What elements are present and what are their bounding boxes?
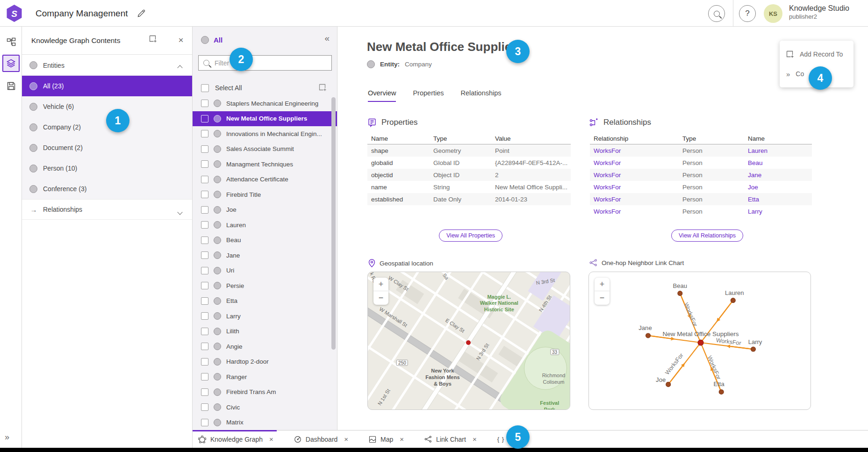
relationship-link[interactable]: WorksFor bbox=[594, 196, 621, 203]
list-item[interactable]: Lauren bbox=[193, 217, 337, 233]
entity-type-row[interactable]: Document (2) bbox=[22, 137, 192, 158]
tab-properties[interactable]: Properties bbox=[413, 89, 444, 102]
list-item[interactable]: Attendance Certificate bbox=[193, 172, 337, 187]
zoom-out-button[interactable]: − bbox=[373, 291, 388, 305]
close-tab-icon[interactable]: × bbox=[344, 435, 348, 443]
item-checkbox[interactable] bbox=[201, 160, 208, 168]
related-entity-link[interactable]: Etta bbox=[748, 196, 759, 203]
tab-map[interactable]: Map × bbox=[369, 435, 404, 443]
list-item[interactable]: Hardtop 2-door bbox=[193, 354, 337, 370]
zoom-in-button[interactable]: + bbox=[595, 278, 610, 291]
view-all-relationships-button[interactable]: View All Relationships bbox=[671, 230, 743, 242]
item-checkbox[interactable] bbox=[201, 115, 208, 122]
item-checkbox[interactable] bbox=[201, 343, 208, 350]
item-checkbox[interactable] bbox=[201, 419, 208, 426]
entity-type-row[interactable]: All (23) bbox=[22, 76, 192, 96]
item-checkbox[interactable] bbox=[201, 297, 208, 305]
list-item[interactable]: Staplers Mechanical Engineering bbox=[193, 96, 337, 111]
avatar[interactable]: KS bbox=[764, 4, 782, 23]
related-entity-link[interactable]: Joe bbox=[748, 184, 758, 191]
item-checkbox[interactable] bbox=[201, 403, 208, 411]
list-item[interactable]: New Metal Office Suppliers bbox=[193, 111, 337, 127]
item-checkbox[interactable] bbox=[201, 206, 208, 214]
tab-dashboard[interactable]: Dashboard × bbox=[294, 435, 348, 443]
item-checkbox[interactable] bbox=[201, 191, 208, 198]
relationship-link[interactable]: WorksFor bbox=[594, 172, 621, 179]
save-button[interactable] bbox=[2, 77, 20, 94]
zoom-out-button[interactable]: − bbox=[595, 291, 610, 305]
list-scrollbar[interactable] bbox=[331, 97, 336, 350]
item-checkbox[interactable] bbox=[201, 282, 208, 289]
list-item[interactable]: Managment Techniques bbox=[193, 157, 337, 172]
item-checkbox[interactable] bbox=[201, 373, 208, 380]
entities-group-row[interactable]: Entities bbox=[22, 55, 192, 76]
node-jane[interactable] bbox=[646, 333, 651, 338]
app-logo-icon[interactable]: S bbox=[5, 4, 23, 22]
edit-title-button[interactable] bbox=[135, 7, 148, 20]
close-tab-icon[interactable]: × bbox=[473, 435, 477, 443]
data-model-button[interactable] bbox=[2, 33, 20, 50]
list-item[interactable]: Larry bbox=[193, 309, 337, 324]
relationship-link[interactable]: WorksFor bbox=[594, 159, 621, 166]
list-item[interactable]: Innovations in Mechanical Engin... bbox=[193, 126, 337, 142]
list-item[interactable]: Etta bbox=[193, 294, 337, 309]
help-button[interactable]: ? bbox=[739, 5, 756, 22]
close-tab-icon[interactable]: × bbox=[400, 435, 404, 443]
search-button[interactable] bbox=[708, 5, 725, 22]
item-checkbox[interactable] bbox=[201, 176, 208, 183]
close-panel-button[interactable]: × bbox=[174, 34, 187, 47]
list-item[interactable]: Angie bbox=[193, 339, 337, 354]
node-center[interactable] bbox=[698, 340, 703, 345]
item-checkbox[interactable] bbox=[201, 251, 208, 259]
item-checkbox[interactable] bbox=[201, 237, 208, 244]
list-item[interactable]: Ranger bbox=[193, 369, 337, 385]
node-lauren[interactable] bbox=[731, 298, 735, 303]
node-larry[interactable] bbox=[751, 347, 755, 352]
related-entity-link[interactable]: Larry bbox=[748, 208, 762, 215]
related-entity-link[interactable]: Lauren bbox=[748, 147, 768, 154]
collapse-panel-button[interactable]: « bbox=[324, 33, 330, 43]
list-item[interactable]: Matrix bbox=[193, 415, 337, 430]
node-etta[interactable] bbox=[719, 389, 724, 394]
zoom-in-button[interactable]: + bbox=[373, 278, 388, 291]
view-all-properties-button[interactable]: View All Properties bbox=[439, 230, 502, 242]
link-chart[interactable]: Beau Lauren Jane Larry Joe Etta New Meta… bbox=[588, 272, 811, 410]
relationship-link[interactable]: WorksFor bbox=[594, 147, 621, 154]
menu-item-add-record-to[interactable]: Add Record To bbox=[780, 44, 854, 64]
list-item[interactable]: Uri bbox=[193, 263, 337, 279]
list-item[interactable]: Persie bbox=[193, 278, 337, 294]
relationships-group-row[interactable]: → Relationships bbox=[22, 199, 192, 220]
tab-knowledge-graph[interactable]: Knowledge Graph × bbox=[198, 435, 273, 443]
list-item[interactable]: Beau bbox=[193, 233, 337, 248]
entity-type-row[interactable]: Person (10) bbox=[22, 158, 192, 179]
close-tab-icon[interactable]: × bbox=[269, 435, 273, 443]
item-checkbox[interactable] bbox=[201, 312, 208, 320]
contents-button[interactable] bbox=[2, 55, 20, 72]
list-item[interactable]: Firebird Title bbox=[193, 187, 337, 202]
account-info[interactable]: Knowledge Studio publisher2 bbox=[789, 4, 849, 21]
relationship-link[interactable]: WorksFor bbox=[594, 208, 621, 215]
list-item[interactable]: Jane bbox=[193, 248, 337, 263]
item-checkbox[interactable] bbox=[201, 358, 208, 366]
expand-rail-button[interactable]: » bbox=[5, 432, 9, 442]
list-item[interactable]: Civic bbox=[193, 400, 337, 415]
node-beau[interactable] bbox=[678, 291, 682, 296]
entity-type-row[interactable]: Vehicle (6) bbox=[22, 96, 192, 117]
node-joe[interactable] bbox=[666, 382, 671, 387]
related-entity-link[interactable]: Jane bbox=[748, 172, 761, 179]
related-entity-link[interactable]: Beau bbox=[748, 159, 763, 166]
select-all-checkbox[interactable] bbox=[201, 84, 209, 92]
item-checkbox[interactable] bbox=[201, 145, 208, 153]
item-checkbox[interactable] bbox=[201, 388, 208, 396]
list-item[interactable]: Firebird Trans Am bbox=[193, 385, 337, 400]
item-checkbox[interactable] bbox=[201, 100, 208, 107]
list-item[interactable]: Sales Associate Summit bbox=[193, 142, 337, 157]
item-checkbox[interactable] bbox=[201, 130, 208, 137]
entity-type-row[interactable]: Conference (3) bbox=[22, 179, 192, 199]
geospatial-map[interactable]: N 3rd St Maggie L. Walker National Histo… bbox=[367, 272, 570, 410]
tab-link-chart[interactable]: Link Chart × bbox=[424, 435, 477, 443]
tab-relationships[interactable]: Relationships bbox=[461, 89, 502, 102]
relationship-link[interactable]: WorksFor bbox=[594, 184, 621, 191]
add-record-button[interactable] bbox=[149, 35, 157, 43]
add-record-button[interactable] bbox=[319, 84, 327, 92]
